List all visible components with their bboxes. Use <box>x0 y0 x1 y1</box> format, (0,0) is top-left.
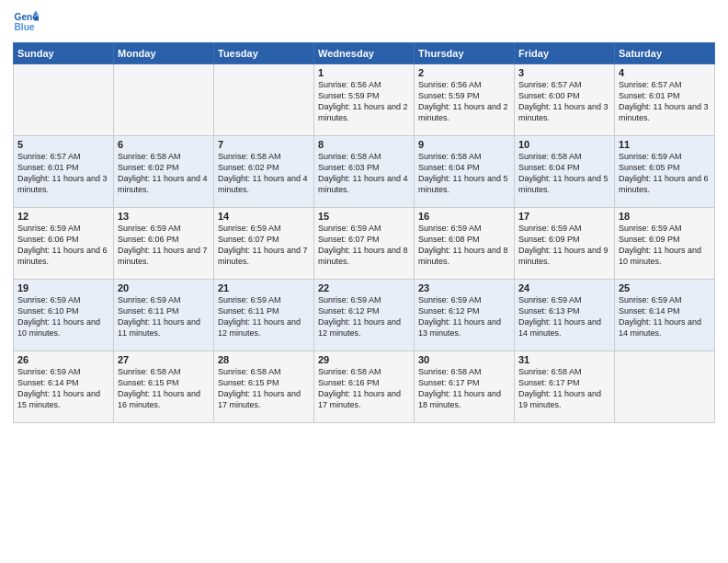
calendar-cell: 28Sunrise: 6:58 AMSunset: 6:15 PMDayligh… <box>214 351 314 423</box>
day-info: Sunrise: 6:58 AMSunset: 6:15 PMDaylight:… <box>118 366 210 411</box>
weekday-header-tuesday: Tuesday <box>214 43 314 64</box>
week-row-2: 12Sunrise: 6:59 AMSunset: 6:06 PMDayligh… <box>14 208 715 280</box>
day-number: 21 <box>218 282 310 293</box>
calendar-table: SundayMondayTuesdayWednesdayThursdayFrid… <box>13 42 715 423</box>
weekday-header-wednesday: Wednesday <box>314 43 415 64</box>
logo-icon: General Blue <box>13 9 39 35</box>
calendar-cell: 2Sunrise: 6:56 AMSunset: 5:59 PMDaylight… <box>415 64 515 136</box>
day-info: Sunrise: 6:57 AMSunset: 6:01 PMDaylight:… <box>17 151 109 196</box>
day-info: Sunrise: 6:59 AMSunset: 6:13 PMDaylight:… <box>518 294 610 339</box>
calendar-cell: 15Sunrise: 6:59 AMSunset: 6:07 PMDayligh… <box>314 208 415 280</box>
logo: General Blue <box>13 9 39 35</box>
calendar-cell: 5Sunrise: 6:57 AMSunset: 6:01 PMDaylight… <box>14 136 114 208</box>
weekday-header-saturday: Saturday <box>615 43 715 64</box>
calendar-cell: 21Sunrise: 6:59 AMSunset: 6:11 PMDayligh… <box>214 280 314 351</box>
weekday-header-friday: Friday <box>515 43 615 64</box>
day-number: 30 <box>418 354 510 365</box>
day-info: Sunrise: 6:59 AMSunset: 6:09 PMDaylight:… <box>518 223 610 268</box>
calendar-cell: 3Sunrise: 6:57 AMSunset: 6:00 PMDaylight… <box>515 64 615 136</box>
day-info: Sunrise: 6:58 AMSunset: 6:17 PMDaylight:… <box>518 366 610 411</box>
day-info: Sunrise: 6:57 AMSunset: 6:01 PMDaylight:… <box>619 79 711 124</box>
svg-marker-3 <box>34 17 39 21</box>
day-number: 24 <box>518 282 610 293</box>
day-info: Sunrise: 6:58 AMSunset: 6:03 PMDaylight:… <box>318 151 410 196</box>
header-row: SundayMondayTuesdayWednesdayThursdayFrid… <box>14 43 715 64</box>
day-number: 31 <box>518 354 610 365</box>
day-info: Sunrise: 6:59 AMSunset: 6:07 PMDaylight:… <box>218 223 310 268</box>
calendar-cell: 4Sunrise: 6:57 AMSunset: 6:01 PMDaylight… <box>615 64 715 136</box>
day-number: 2 <box>418 67 510 78</box>
day-info: Sunrise: 6:59 AMSunset: 6:10 PMDaylight:… <box>17 294 109 339</box>
calendar-cell: 9Sunrise: 6:58 AMSunset: 6:04 PMDaylight… <box>415 136 515 208</box>
day-number: 25 <box>619 282 711 293</box>
calendar-cell: 19Sunrise: 6:59 AMSunset: 6:10 PMDayligh… <box>14 280 114 351</box>
day-number: 11 <box>619 139 711 150</box>
week-row-0: 1Sunrise: 6:56 AMSunset: 5:59 PMDaylight… <box>14 64 715 136</box>
weekday-header-thursday: Thursday <box>415 43 515 64</box>
day-number: 3 <box>518 67 610 78</box>
calendar-cell <box>214 64 314 136</box>
day-info: Sunrise: 6:59 AMSunset: 6:09 PMDaylight:… <box>619 223 711 268</box>
calendar-cell: 20Sunrise: 6:59 AMSunset: 6:11 PMDayligh… <box>114 280 214 351</box>
calendar-cell: 10Sunrise: 6:58 AMSunset: 6:04 PMDayligh… <box>515 136 615 208</box>
calendar-cell: 11Sunrise: 6:59 AMSunset: 6:05 PMDayligh… <box>615 136 715 208</box>
day-number: 22 <box>318 282 410 293</box>
calendar-cell: 14Sunrise: 6:59 AMSunset: 6:07 PMDayligh… <box>214 208 314 280</box>
day-number: 8 <box>318 139 410 150</box>
day-number: 1 <box>318 67 410 78</box>
day-number: 9 <box>418 139 510 150</box>
day-info: Sunrise: 6:59 AMSunset: 6:14 PMDaylight:… <box>619 294 711 339</box>
page: General Blue SundayMondayTuesdayWednesda… <box>0 0 728 563</box>
calendar-cell: 6Sunrise: 6:58 AMSunset: 6:02 PMDaylight… <box>114 136 214 208</box>
day-info: Sunrise: 6:59 AMSunset: 6:12 PMDaylight:… <box>418 294 510 339</box>
day-info: Sunrise: 6:58 AMSunset: 6:17 PMDaylight:… <box>418 366 510 411</box>
day-number: 5 <box>17 139 109 150</box>
calendar-cell: 22Sunrise: 6:59 AMSunset: 6:12 PMDayligh… <box>314 280 415 351</box>
day-info: Sunrise: 6:59 AMSunset: 6:05 PMDaylight:… <box>619 151 711 196</box>
day-info: Sunrise: 6:57 AMSunset: 6:00 PMDaylight:… <box>518 79 610 124</box>
day-info: Sunrise: 6:59 AMSunset: 6:14 PMDaylight:… <box>17 366 109 411</box>
calendar-cell: 7Sunrise: 6:58 AMSunset: 6:02 PMDaylight… <box>214 136 314 208</box>
day-info: Sunrise: 6:59 AMSunset: 6:11 PMDaylight:… <box>118 294 210 339</box>
calendar-cell: 17Sunrise: 6:59 AMSunset: 6:09 PMDayligh… <box>515 208 615 280</box>
day-number: 17 <box>518 211 610 222</box>
day-info: Sunrise: 6:56 AMSunset: 5:59 PMDaylight:… <box>418 79 510 124</box>
day-info: Sunrise: 6:59 AMSunset: 6:08 PMDaylight:… <box>418 223 510 268</box>
day-number: 16 <box>418 211 510 222</box>
calendar-cell: 26Sunrise: 6:59 AMSunset: 6:14 PMDayligh… <box>14 351 114 423</box>
week-row-1: 5Sunrise: 6:57 AMSunset: 6:01 PMDaylight… <box>14 136 715 208</box>
day-number: 18 <box>619 211 711 222</box>
week-row-3: 19Sunrise: 6:59 AMSunset: 6:10 PMDayligh… <box>14 280 715 351</box>
calendar-cell: 31Sunrise: 6:58 AMSunset: 6:17 PMDayligh… <box>515 351 615 423</box>
calendar-cell <box>615 351 715 423</box>
calendar-cell <box>114 64 214 136</box>
day-info: Sunrise: 6:58 AMSunset: 6:04 PMDaylight:… <box>518 151 610 196</box>
day-number: 15 <box>318 211 410 222</box>
day-number: 10 <box>518 139 610 150</box>
calendar-cell: 13Sunrise: 6:59 AMSunset: 6:06 PMDayligh… <box>114 208 214 280</box>
calendar-cell: 12Sunrise: 6:59 AMSunset: 6:06 PMDayligh… <box>14 208 114 280</box>
day-number: 19 <box>17 282 109 293</box>
calendar-cell: 1Sunrise: 6:56 AMSunset: 5:59 PMDaylight… <box>314 64 415 136</box>
calendar-cell: 23Sunrise: 6:59 AMSunset: 6:12 PMDayligh… <box>415 280 515 351</box>
header: General Blue <box>13 9 715 35</box>
day-info: Sunrise: 6:59 AMSunset: 6:06 PMDaylight:… <box>118 223 210 268</box>
day-info: Sunrise: 6:58 AMSunset: 6:16 PMDaylight:… <box>318 366 410 411</box>
day-info: Sunrise: 6:58 AMSunset: 6:02 PMDaylight:… <box>218 151 310 196</box>
calendar-cell: 8Sunrise: 6:58 AMSunset: 6:03 PMDaylight… <box>314 136 415 208</box>
day-number: 12 <box>17 211 109 222</box>
calendar-cell: 30Sunrise: 6:58 AMSunset: 6:17 PMDayligh… <box>415 351 515 423</box>
calendar-cell: 18Sunrise: 6:59 AMSunset: 6:09 PMDayligh… <box>615 208 715 280</box>
calendar-cell <box>14 64 114 136</box>
weekday-header-monday: Monday <box>114 43 214 64</box>
svg-text:Blue: Blue <box>15 22 35 32</box>
day-info: Sunrise: 6:58 AMSunset: 6:15 PMDaylight:… <box>218 366 310 411</box>
day-number: 20 <box>118 282 210 293</box>
day-number: 29 <box>318 354 410 365</box>
day-info: Sunrise: 6:59 AMSunset: 6:12 PMDaylight:… <box>318 294 410 339</box>
day-number: 7 <box>218 139 310 150</box>
week-row-4: 26Sunrise: 6:59 AMSunset: 6:14 PMDayligh… <box>14 351 715 423</box>
day-info: Sunrise: 6:59 AMSunset: 6:11 PMDaylight:… <box>218 294 310 339</box>
calendar-cell: 25Sunrise: 6:59 AMSunset: 6:14 PMDayligh… <box>615 280 715 351</box>
day-info: Sunrise: 6:58 AMSunset: 6:02 PMDaylight:… <box>118 151 210 196</box>
